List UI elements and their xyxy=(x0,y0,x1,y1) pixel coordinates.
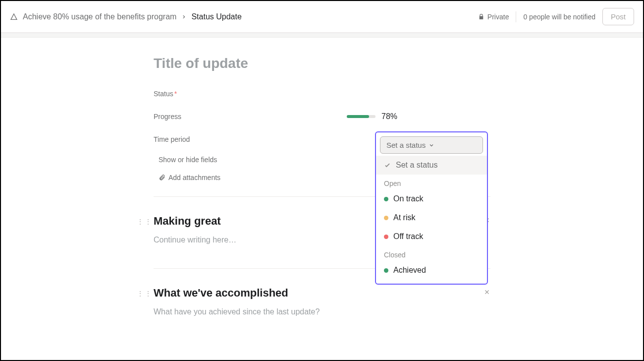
progress-display[interactable]: 78% xyxy=(347,112,397,121)
lock-icon xyxy=(478,13,484,20)
drag-handle-icon[interactable]: ⋮⋮ xyxy=(137,290,153,298)
drag-handle-icon[interactable]: ⋮⋮ xyxy=(137,218,153,226)
status-group-open: Open xyxy=(376,175,487,189)
status-row: Status* xyxy=(154,82,490,105)
close-icon[interactable] xyxy=(483,289,490,296)
section-title[interactable]: What we've accomplished xyxy=(154,287,490,300)
status-option-on-track[interactable]: On track xyxy=(376,189,487,208)
progress-label: Progress xyxy=(154,113,223,120)
status-option-off-track-label: Off track xyxy=(393,232,423,241)
status-option-at-risk[interactable]: At risk xyxy=(376,208,487,227)
dot-off-track xyxy=(384,235,388,239)
check-icon xyxy=(384,162,391,169)
chevron-right-icon xyxy=(181,14,186,19)
status-option-achieved[interactable]: Achieved xyxy=(376,261,487,280)
status-label: Status* xyxy=(154,90,223,98)
status-dropdown: Set a status Set a status Open On track … xyxy=(375,131,488,285)
breadcrumb: Achieve 80% usage of the benefits progra… xyxy=(10,12,242,21)
progress-row: Progress 78% xyxy=(154,105,490,128)
paperclip-icon xyxy=(159,174,165,181)
status-trigger-label: Set a status xyxy=(386,141,426,149)
page-header: Achieve 80% usage of the benefits progra… xyxy=(1,1,643,33)
status-select-trigger[interactable]: Set a status xyxy=(380,136,483,154)
dot-at-risk xyxy=(384,216,388,220)
dot-on-track xyxy=(384,197,388,201)
progress-percent: 78% xyxy=(381,112,397,121)
notify-count[interactable]: 0 people will be notified xyxy=(523,13,595,21)
status-group-closed: Closed xyxy=(376,246,487,261)
chevron-down-icon xyxy=(429,142,434,148)
post-button[interactable]: Post xyxy=(602,8,634,25)
content-column: Title of update Status* Progress 78% Tim… xyxy=(154,38,490,316)
goal-icon xyxy=(10,13,18,21)
privacy-label: Private xyxy=(487,13,509,21)
status-option-achieved-label: Achieved xyxy=(393,266,426,275)
privacy-indicator[interactable]: Private xyxy=(478,13,509,21)
status-option-at-risk-label: At risk xyxy=(393,213,415,222)
status-option-placeholder-label: Set a status xyxy=(396,161,438,170)
progress-bar xyxy=(347,115,376,118)
title-input[interactable]: Title of update xyxy=(154,56,490,71)
dot-achieved xyxy=(384,268,388,273)
status-options-list: Set a status Open On track At risk Off t… xyxy=(376,156,487,280)
breadcrumb-current: Status Update xyxy=(191,12,241,21)
status-option-placeholder[interactable]: Set a status xyxy=(376,156,487,175)
progress-fill xyxy=(347,115,369,118)
header-right: Private 0 people will be notified Post xyxy=(478,8,634,25)
time-period-label: Time period xyxy=(154,135,223,143)
status-option-on-track-label: On track xyxy=(393,194,423,203)
breadcrumb-goal[interactable]: Achieve 80% usage of the benefits progra… xyxy=(23,12,176,21)
status-option-off-track[interactable]: Off track xyxy=(376,227,487,246)
divider xyxy=(516,11,516,22)
header-strip xyxy=(1,33,643,38)
section-body[interactable]: What have you achieved since the last up… xyxy=(154,307,490,316)
